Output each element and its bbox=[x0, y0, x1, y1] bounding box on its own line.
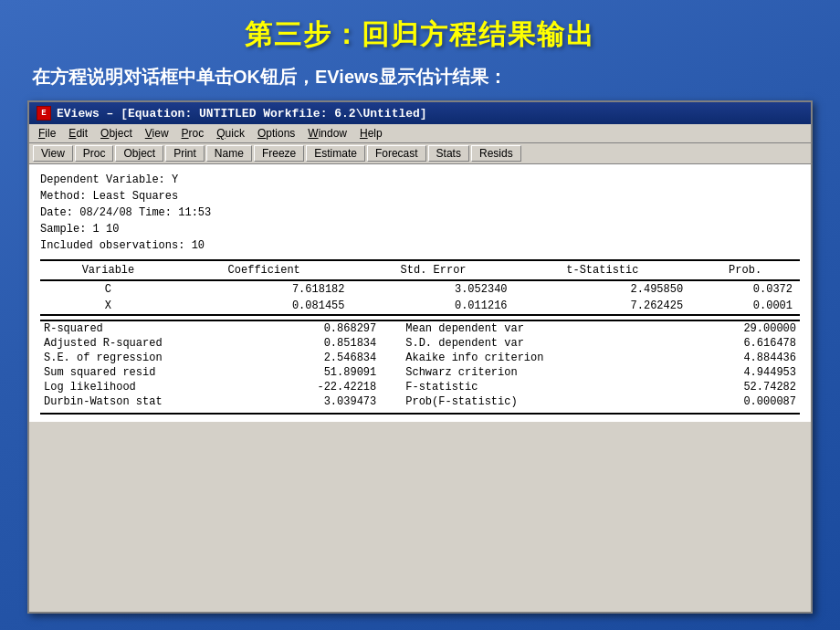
col-t-statistic: t-Statistic bbox=[515, 260, 691, 280]
menu-quick[interactable]: Quick bbox=[211, 126, 250, 141]
stats-left-value: 0.851834 bbox=[263, 336, 394, 351]
col-std-error: Std. Error bbox=[352, 260, 515, 280]
stats-left-value: 2.546834 bbox=[263, 351, 394, 365]
menu-bar: File Edit Object View Proc Quick Options… bbox=[29, 124, 811, 143]
col-coefficient: Coefficient bbox=[176, 260, 352, 280]
btn-stats[interactable]: Stats bbox=[428, 145, 469, 162]
stats-combined-table: R-squared 0.868297 Mean dependent var 29… bbox=[40, 321, 800, 409]
results-table: Variable Coefficient Std. Error t-Statis… bbox=[40, 259, 800, 316]
stats-left-label: Durbin-Watson stat bbox=[40, 394, 263, 409]
menu-file[interactable]: File bbox=[33, 126, 61, 141]
cell-t-statistic: 7.262425 bbox=[515, 298, 691, 315]
main-title: 第三步：回归方程结果输出 bbox=[245, 16, 595, 54]
btn-name[interactable]: Name bbox=[206, 145, 252, 162]
subtitle: 在方程说明对话框中单击OK钮后，EViews显示估计结果： bbox=[27, 65, 507, 89]
stats-left-value: 0.868297 bbox=[263, 321, 394, 336]
stats-right-value: 6.616478 bbox=[648, 336, 800, 351]
title-bar: E EViews – [Equation: UNTITLED Workfile:… bbox=[29, 102, 811, 124]
col-variable: Variable bbox=[40, 260, 176, 280]
cell-variable: C bbox=[40, 280, 176, 298]
equation-info: Dependent Variable: Y Method: Least Squa… bbox=[40, 172, 800, 254]
btn-freeze[interactable]: Freeze bbox=[254, 145, 304, 162]
sample: Sample: 1 10 bbox=[40, 221, 800, 237]
cell-prob: 0.0372 bbox=[690, 280, 800, 298]
stats-right-label: S.D. dependent var bbox=[394, 336, 647, 351]
cell-variable: X bbox=[40, 298, 176, 315]
stats-right-value: 4.884436 bbox=[648, 351, 800, 365]
stats-left-label: Adjusted R-squared bbox=[40, 336, 263, 351]
final-separator bbox=[40, 413, 800, 415]
stats-left-value: -22.42218 bbox=[263, 380, 394, 394]
title-bar-icon: E bbox=[37, 106, 51, 121]
stats-left-label: Log likelihood bbox=[40, 380, 263, 394]
stats-row: Sum squared resid 51.89091 Schwarz crite… bbox=[40, 365, 800, 380]
stats-left-label: R-squared bbox=[40, 321, 263, 336]
stats-right-value: 52.74282 bbox=[648, 380, 800, 394]
stats-row: S.E. of regression 2.546834 Akaike info … bbox=[40, 351, 800, 365]
stats-left-label: Sum squared resid bbox=[40, 365, 263, 380]
stats-right-value: 0.000087 bbox=[648, 394, 800, 409]
stats-row: Durbin-Watson stat 3.039473 Prob(F-stati… bbox=[40, 394, 800, 409]
cell-std-error: 0.011216 bbox=[352, 298, 515, 315]
stats-row: R-squared 0.868297 Mean dependent var 29… bbox=[40, 321, 800, 336]
table-row: X 0.081455 0.011216 7.262425 0.0001 bbox=[40, 298, 800, 315]
btn-estimate[interactable]: Estimate bbox=[306, 145, 365, 162]
btn-forecast[interactable]: Forecast bbox=[367, 145, 426, 162]
cell-t-statistic: 2.495850 bbox=[515, 280, 691, 298]
btn-proc[interactable]: Proc bbox=[75, 145, 114, 162]
stats-right-value: 29.00000 bbox=[648, 321, 800, 336]
menu-options[interactable]: Options bbox=[252, 126, 300, 141]
method: Method: Least Squares bbox=[40, 188, 800, 205]
stats-row: Adjusted R-squared 0.851834 S.D. depende… bbox=[40, 336, 800, 351]
menu-proc[interactable]: Proc bbox=[176, 126, 210, 141]
menu-help[interactable]: Help bbox=[354, 126, 388, 141]
menu-object[interactable]: Object bbox=[95, 126, 138, 141]
btn-print[interactable]: Print bbox=[165, 145, 205, 162]
cell-coefficient: 0.081455 bbox=[176, 298, 352, 315]
dependent-var: Dependent Variable: Y bbox=[40, 172, 800, 188]
stats-right-label: F-statistic bbox=[394, 380, 647, 394]
stats-left-value: 51.89091 bbox=[263, 365, 394, 380]
table-row: C 7.618182 3.052340 2.495850 0.0372 bbox=[40, 280, 800, 298]
date-time: Date: 08/24/08 Time: 11:53 bbox=[40, 205, 800, 221]
menu-edit[interactable]: Edit bbox=[63, 126, 93, 141]
btn-view[interactable]: View bbox=[33, 145, 73, 162]
btn-object[interactable]: Object bbox=[115, 145, 163, 162]
stats-right-label: Mean dependent var bbox=[394, 321, 647, 336]
title-bar-text: EViews – [Equation: UNTITLED Workfile: 6… bbox=[57, 107, 427, 121]
stats-left-label: S.E. of regression bbox=[40, 351, 263, 365]
stats-right-label: Akaike info criterion bbox=[394, 351, 647, 365]
observations: Included observations: 10 bbox=[40, 237, 800, 254]
toolbar: View Proc Object Print Name Freeze Estim… bbox=[29, 143, 811, 164]
stats-right-label: Prob(F-statistic) bbox=[394, 394, 647, 409]
cell-coefficient: 7.618182 bbox=[176, 280, 352, 298]
stats-row: Log likelihood -22.42218 F-statistic 52.… bbox=[40, 380, 800, 394]
menu-view[interactable]: View bbox=[140, 126, 174, 141]
cell-prob: 0.0001 bbox=[690, 298, 800, 315]
stats-right-label: Schwarz criterion bbox=[394, 365, 647, 380]
stats-right-value: 4.944953 bbox=[648, 365, 800, 380]
content-area: Dependent Variable: Y Method: Least Squa… bbox=[29, 164, 811, 422]
cell-std-error: 3.052340 bbox=[352, 280, 515, 298]
col-prob: Prob. bbox=[690, 260, 800, 280]
stats-section: R-squared 0.868297 Mean dependent var 29… bbox=[40, 320, 800, 415]
btn-resids[interactable]: Resids bbox=[471, 145, 521, 162]
stats-left-value: 3.039473 bbox=[263, 394, 394, 409]
eviews-window: E EViews – [Equation: UNTITLED Workfile:… bbox=[27, 100, 813, 614]
menu-window[interactable]: Window bbox=[302, 126, 352, 141]
